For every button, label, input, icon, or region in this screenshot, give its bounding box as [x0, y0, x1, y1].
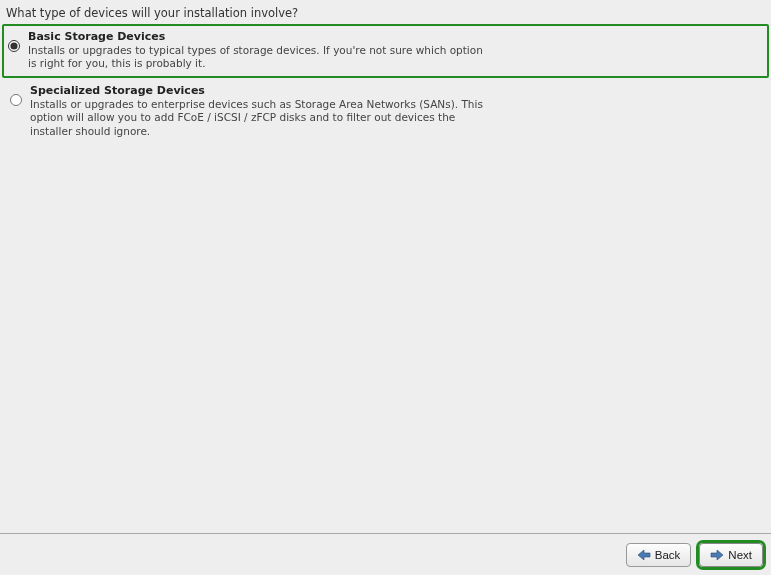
- back-button[interactable]: Back: [626, 543, 692, 567]
- back-button-label: Back: [655, 549, 681, 561]
- option-basic-content: Basic Storage Devices Installs or upgrad…: [28, 30, 488, 70]
- radio-specialized-storage[interactable]: [10, 94, 22, 106]
- option-basic-title: Basic Storage Devices: [28, 30, 488, 43]
- option-specialized-title: Specialized Storage Devices: [30, 84, 490, 97]
- option-specialized-content: Specialized Storage Devices Installs or …: [30, 84, 490, 137]
- option-specialized-storage[interactable]: Specialized Storage Devices Installs or …: [4, 80, 767, 143]
- option-specialized-desc: Installs or upgrades to enterprise devic…: [30, 98, 490, 137]
- footer-bar: Back Next: [0, 533, 771, 575]
- next-button[interactable]: Next: [699, 543, 763, 567]
- option-basic-desc: Installs or upgrades to typical types of…: [28, 44, 488, 70]
- next-button-label: Next: [728, 549, 752, 561]
- option-basic-storage[interactable]: Basic Storage Devices Installs or upgrad…: [2, 24, 769, 78]
- radio-basic-storage[interactable]: [8, 40, 20, 52]
- arrow-right-icon: [710, 549, 724, 561]
- arrow-left-icon: [637, 549, 651, 561]
- page-title: What type of devices will your installat…: [0, 0, 771, 24]
